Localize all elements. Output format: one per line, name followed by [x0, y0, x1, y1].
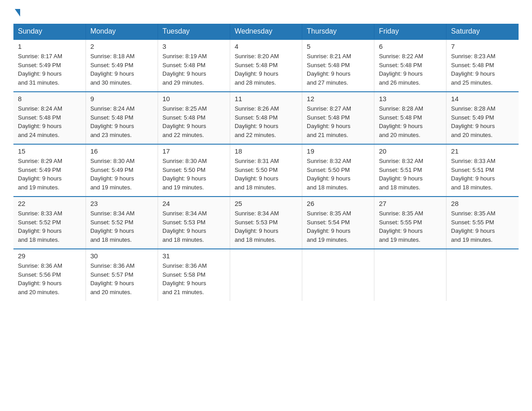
- col-tuesday: Tuesday: [158, 24, 230, 39]
- day-number: 15: [18, 147, 81, 155]
- col-wednesday: Wednesday: [230, 24, 302, 39]
- calendar-cell: 2Sunrise: 8:18 AMSunset: 5:49 PMDaylight…: [86, 39, 158, 92]
- day-number: 14: [451, 95, 514, 103]
- calendar-cell: 7Sunrise: 8:23 AMSunset: 5:48 PMDaylight…: [446, 39, 519, 92]
- day-number: 12: [307, 95, 369, 103]
- calendar-week-row: 8Sunrise: 8:24 AMSunset: 5:48 PMDaylight…: [13, 92, 519, 144]
- header-row: Sunday Monday Tuesday Wednesday Thursday…: [13, 24, 519, 39]
- day-number: 17: [163, 147, 225, 155]
- day-info: Sunrise: 8:17 AMSunset: 5:49 PMDaylight:…: [18, 52, 81, 87]
- calendar-cell: 11Sunrise: 8:26 AMSunset: 5:48 PMDayligh…: [230, 92, 302, 144]
- day-number: 26: [307, 200, 369, 207]
- calendar-cell: 25Sunrise: 8:34 AMSunset: 5:53 PMDayligh…: [230, 197, 302, 249]
- day-info: Sunrise: 8:27 AMSunset: 5:48 PMDaylight:…: [307, 104, 369, 139]
- calendar-cell: [230, 249, 302, 301]
- calendar-cell: 18Sunrise: 8:31 AMSunset: 5:50 PMDayligh…: [230, 144, 302, 197]
- day-number: 7: [451, 43, 514, 50]
- day-number: 3: [163, 43, 225, 50]
- day-info: Sunrise: 8:24 AMSunset: 5:48 PMDaylight:…: [18, 104, 81, 139]
- day-info: Sunrise: 8:36 AMSunset: 5:57 PMDaylight:…: [90, 261, 153, 296]
- logo: [13, 9, 20, 15]
- day-info: Sunrise: 8:32 AMSunset: 5:51 PMDaylight:…: [379, 157, 442, 192]
- day-info: Sunrise: 8:22 AMSunset: 5:48 PMDaylight:…: [379, 52, 442, 87]
- day-number: 31: [163, 252, 225, 260]
- calendar-week-row: 15Sunrise: 8:29 AMSunset: 5:49 PMDayligh…: [13, 144, 519, 197]
- calendar-cell: 5Sunrise: 8:21 AMSunset: 5:48 PMDaylight…: [302, 39, 374, 92]
- day-info: Sunrise: 8:28 AMSunset: 5:49 PMDaylight:…: [451, 104, 514, 139]
- day-info: Sunrise: 8:24 AMSunset: 5:48 PMDaylight:…: [90, 104, 153, 139]
- calendar-body: 1Sunrise: 8:17 AMSunset: 5:49 PMDaylight…: [13, 39, 519, 301]
- day-info: Sunrise: 8:23 AMSunset: 5:48 PMDaylight:…: [451, 52, 514, 87]
- day-number: 11: [235, 95, 297, 103]
- day-number: 25: [235, 200, 297, 207]
- calendar-cell: 23Sunrise: 8:34 AMSunset: 5:52 PMDayligh…: [86, 197, 158, 249]
- day-number: 28: [451, 200, 514, 207]
- calendar-cell: 4Sunrise: 8:20 AMSunset: 5:48 PMDaylight…: [230, 39, 302, 92]
- calendar-cell: 3Sunrise: 8:19 AMSunset: 5:48 PMDaylight…: [158, 39, 230, 92]
- calendar-cell: 22Sunrise: 8:33 AMSunset: 5:52 PMDayligh…: [13, 197, 86, 249]
- day-info: Sunrise: 8:18 AMSunset: 5:49 PMDaylight:…: [90, 52, 153, 87]
- day-number: 6: [379, 43, 442, 50]
- calendar-cell: 16Sunrise: 8:30 AMSunset: 5:49 PMDayligh…: [86, 144, 158, 197]
- calendar-cell: 29Sunrise: 8:36 AMSunset: 5:56 PMDayligh…: [13, 249, 86, 301]
- calendar-cell: 28Sunrise: 8:35 AMSunset: 5:55 PMDayligh…: [446, 197, 519, 249]
- day-number: 29: [18, 252, 81, 260]
- calendar-cell: [374, 249, 446, 301]
- day-number: 16: [90, 147, 153, 155]
- day-number: 1: [18, 43, 81, 50]
- calendar-cell: 24Sunrise: 8:34 AMSunset: 5:53 PMDayligh…: [158, 197, 230, 249]
- col-monday: Monday: [86, 24, 158, 39]
- col-thursday: Thursday: [302, 24, 374, 39]
- day-info: Sunrise: 8:34 AMSunset: 5:53 PMDaylight:…: [163, 209, 225, 244]
- day-info: Sunrise: 8:34 AMSunset: 5:53 PMDaylight:…: [235, 209, 297, 244]
- col-sunday: Sunday: [13, 24, 86, 39]
- day-number: 23: [90, 200, 153, 207]
- day-number: 18: [235, 147, 297, 155]
- calendar-cell: 12Sunrise: 8:27 AMSunset: 5:48 PMDayligh…: [302, 92, 374, 144]
- calendar-cell: 17Sunrise: 8:30 AMSunset: 5:50 PMDayligh…: [158, 144, 230, 197]
- day-number: 20: [379, 147, 442, 155]
- day-info: Sunrise: 8:34 AMSunset: 5:52 PMDaylight:…: [90, 209, 153, 244]
- day-info: Sunrise: 8:31 AMSunset: 5:50 PMDaylight:…: [235, 157, 297, 192]
- calendar-cell: 19Sunrise: 8:32 AMSunset: 5:50 PMDayligh…: [302, 144, 374, 197]
- day-number: 24: [163, 200, 225, 207]
- day-number: 4: [235, 43, 297, 50]
- day-number: 21: [451, 147, 514, 155]
- calendar-cell: 31Sunrise: 8:36 AMSunset: 5:58 PMDayligh…: [158, 249, 230, 301]
- day-info: Sunrise: 8:35 AMSunset: 5:55 PMDaylight:…: [451, 209, 514, 244]
- day-number: 5: [307, 43, 369, 50]
- day-info: Sunrise: 8:21 AMSunset: 5:48 PMDaylight:…: [307, 52, 369, 87]
- calendar-cell: 10Sunrise: 8:25 AMSunset: 5:48 PMDayligh…: [158, 92, 230, 144]
- day-number: 22: [18, 200, 81, 207]
- calendar-cell: 15Sunrise: 8:29 AMSunset: 5:49 PMDayligh…: [13, 144, 86, 197]
- day-number: 2: [90, 43, 153, 50]
- calendar-table: Sunday Monday Tuesday Wednesday Thursday…: [13, 24, 519, 301]
- day-number: 13: [379, 95, 442, 103]
- day-number: 19: [307, 147, 369, 155]
- calendar-week-row: 1Sunrise: 8:17 AMSunset: 5:49 PMDaylight…: [13, 39, 519, 92]
- calendar-cell: 21Sunrise: 8:33 AMSunset: 5:51 PMDayligh…: [446, 144, 519, 197]
- calendar-cell: 26Sunrise: 8:35 AMSunset: 5:54 PMDayligh…: [302, 197, 374, 249]
- calendar-cell: 14Sunrise: 8:28 AMSunset: 5:49 PMDayligh…: [446, 92, 519, 144]
- day-info: Sunrise: 8:29 AMSunset: 5:49 PMDaylight:…: [18, 157, 81, 192]
- calendar-cell: 27Sunrise: 8:35 AMSunset: 5:55 PMDayligh…: [374, 197, 446, 249]
- day-info: Sunrise: 8:25 AMSunset: 5:48 PMDaylight:…: [163, 104, 225, 139]
- col-saturday: Saturday: [446, 24, 519, 39]
- calendar-week-row: 29Sunrise: 8:36 AMSunset: 5:56 PMDayligh…: [13, 249, 519, 301]
- day-info: Sunrise: 8:26 AMSunset: 5:48 PMDaylight:…: [235, 104, 297, 139]
- calendar-week-row: 22Sunrise: 8:33 AMSunset: 5:52 PMDayligh…: [13, 197, 519, 249]
- day-info: Sunrise: 8:30 AMSunset: 5:50 PMDaylight:…: [163, 157, 225, 192]
- day-number: 9: [90, 95, 153, 103]
- calendar-cell: [446, 249, 519, 301]
- calendar-cell: 30Sunrise: 8:36 AMSunset: 5:57 PMDayligh…: [86, 249, 158, 301]
- calendar-cell: 6Sunrise: 8:22 AMSunset: 5:48 PMDaylight…: [374, 39, 446, 92]
- day-number: 8: [18, 95, 81, 103]
- col-friday: Friday: [374, 24, 446, 39]
- calendar-cell: 13Sunrise: 8:28 AMSunset: 5:48 PMDayligh…: [374, 92, 446, 144]
- day-info: Sunrise: 8:33 AMSunset: 5:52 PMDaylight:…: [18, 209, 81, 244]
- day-number: 10: [163, 95, 225, 103]
- page-header: [13, 9, 519, 15]
- day-info: Sunrise: 8:20 AMSunset: 5:48 PMDaylight:…: [235, 52, 297, 87]
- day-number: 30: [90, 252, 153, 260]
- day-info: Sunrise: 8:30 AMSunset: 5:49 PMDaylight:…: [90, 157, 153, 192]
